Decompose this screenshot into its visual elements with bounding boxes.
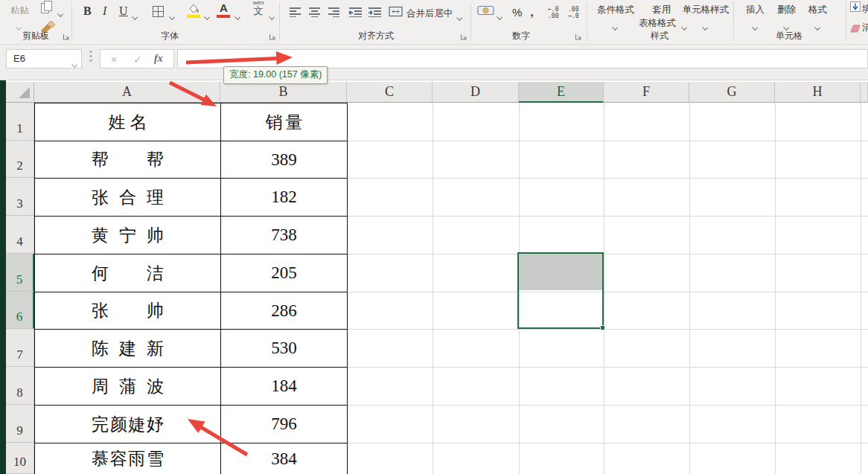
fill-down-icon[interactable]: [850, 1, 861, 15]
font-color-dropdown-icon[interactable]: [235, 9, 243, 16]
row-header-2[interactable]: 2: [6, 141, 34, 178]
percent-style-button[interactable]: %: [512, 6, 522, 19]
align-left-icon[interactable]: [289, 7, 301, 20]
row-header-10[interactable]: 10: [6, 443, 34, 474]
selection-range-e5-e6[interactable]: [517, 252, 604, 329]
insert-cells-button[interactable]: 插入: [746, 4, 765, 16]
group-separator: [587, 2, 587, 41]
paste-button[interactable]: 粘贴: [10, 4, 29, 17]
accounting-dropdown-icon[interactable]: [497, 9, 505, 16]
column-header-f[interactable]: F: [604, 82, 689, 103]
enter-icon[interactable]: ✓: [133, 54, 142, 65]
fill-color-dropdown-icon[interactable]: [205, 9, 212, 16]
name-box-dropdown-icon[interactable]: [72, 57, 80, 64]
phonetic-guide-icon[interactable]: wén 文: [250, 0, 267, 16]
bold-button[interactable]: B: [83, 4, 92, 18]
borders-icon[interactable]: [152, 5, 165, 21]
merge-center-icon[interactable]: [389, 6, 403, 20]
column-header-c[interactable]: C: [347, 82, 433, 103]
select-all-corner[interactable]: [6, 82, 34, 103]
alignment-dialog-launcher-icon[interactable]: [460, 31, 468, 39]
comma-style-button[interactable]: ,: [530, 1, 534, 20]
font-color-icon[interactable]: A: [220, 1, 228, 14]
row-header-9[interactable]: 9: [6, 405, 34, 443]
cell-a1-name-header[interactable]: 姓名: [35, 103, 221, 141]
paste-dropdown-icon[interactable]: [16, 19, 24, 27]
cell-a5-name[interactable]: 何洁: [35, 254, 221, 292]
format-dropdown-icon[interactable]: [815, 19, 823, 27]
insert-function-icon[interactable]: fx: [154, 53, 163, 65]
row-header-3[interactable]: 3: [6, 178, 34, 216]
column-header-partial[interactable]: [861, 82, 868, 103]
row-header-7[interactable]: 7: [6, 329, 34, 367]
format-cells-button[interactable]: 格式: [808, 4, 827, 16]
borders-dropdown-icon[interactable]: [170, 9, 177, 16]
increase-decimal-icon[interactable]: ←.0.00: [548, 6, 558, 19]
cell-b2-sales[interactable]: 389: [221, 141, 348, 179]
cell-a10-name[interactable]: 慕容雨雪: [35, 443, 221, 474]
underline-button[interactable]: U: [119, 4, 128, 18]
column-header-b[interactable]: B: [220, 82, 347, 103]
column-header-g[interactable]: G: [689, 82, 775, 103]
accounting-format-icon[interactable]: [477, 4, 494, 19]
cell-b10-sales[interactable]: 384: [221, 443, 348, 474]
align-right-icon[interactable]: [328, 7, 340, 20]
cell-b7-sales[interactable]: 530: [221, 330, 348, 368]
decrease-indent-icon[interactable]: [348, 7, 363, 20]
row-header-6[interactable]: 6: [6, 292, 34, 329]
cancel-icon[interactable]: ×: [111, 54, 117, 65]
cell-b5-sales[interactable]: 205: [221, 254, 348, 292]
format-as-table-button[interactable]: 套用: [640, 4, 683, 16]
format-as-table-button-line2[interactable]: 表格格式: [634, 17, 680, 30]
cell-a9-name[interactable]: 完颜婕妤: [35, 406, 221, 443]
copy-dropdown-icon[interactable]: [58, 6, 66, 13]
clipboard-dialog-launcher-icon[interactable]: [63, 31, 71, 39]
cell-styles-dropdown-icon[interactable]: [703, 19, 710, 27]
name-box-value: E6: [13, 53, 25, 64]
column-header-e[interactable]: E: [519, 82, 604, 103]
delete-cells-button[interactable]: 删除: [777, 4, 796, 16]
row-header-1[interactable]: 1: [6, 103, 34, 141]
cell-a6-name[interactable]: 张帅: [35, 292, 221, 330]
fill-handle[interactable]: [600, 325, 605, 330]
cell-b3-sales[interactable]: 182: [221, 179, 348, 217]
conditional-formatting-dropdown-icon[interactable]: [613, 19, 620, 27]
formula-bar-resize-handle[interactable]: •••: [89, 49, 92, 63]
merge-center-dropdown-icon[interactable]: [457, 10, 465, 17]
name-box[interactable]: E6: [6, 49, 82, 68]
underline-dropdown-icon[interactable]: [133, 9, 140, 16]
cell-b4-sales[interactable]: 738: [221, 217, 348, 254]
row-header-5[interactable]: 5: [6, 254, 34, 292]
decrease-decimal-icon[interactable]: .00→.0: [568, 6, 578, 19]
cell-a2-name[interactable]: 帮帮: [35, 141, 221, 179]
column-header-d[interactable]: D: [433, 82, 519, 103]
column-header-a[interactable]: A: [34, 82, 220, 103]
italic-button[interactable]: I: [103, 4, 106, 18]
number-dialog-launcher-icon[interactable]: [575, 31, 583, 39]
cell-b1-sales-header[interactable]: 销量: [221, 103, 348, 141]
increase-indent-icon[interactable]: [368, 7, 382, 20]
cell-b6-sales[interactable]: 286: [221, 292, 348, 330]
column-header-h[interactable]: H: [775, 82, 861, 103]
cell-b9-sales[interactable]: 796: [221, 406, 348, 443]
row-header-4[interactable]: 4: [6, 216, 34, 254]
font-dialog-launcher-icon[interactable]: [269, 31, 277, 39]
phonetic-dropdown-icon[interactable]: [269, 9, 277, 16]
cell-a8-name[interactable]: 周蒲波: [35, 368, 221, 406]
cell-b8-sales[interactable]: 184: [221, 368, 348, 406]
cell-styles-button[interactable]: 单元格样式: [679, 4, 733, 16]
cell-a4-name[interactable]: 黄宁帅: [35, 217, 221, 254]
row-header-8[interactable]: 8: [6, 367, 34, 405]
gridline-horizontal: [347, 443, 868, 443]
merge-center-button[interactable]: 合并后居中: [406, 7, 453, 20]
format-as-table-dropdown-icon[interactable]: [682, 19, 689, 27]
copy-icon[interactable]: [40, 0, 53, 17]
cell-a7-name[interactable]: 陈建新: [35, 330, 221, 368]
delete-dropdown-icon[interactable]: [784, 19, 791, 27]
conditional-formatting-button[interactable]: 条件格式: [593, 4, 639, 16]
insert-dropdown-icon[interactable]: [753, 19, 760, 27]
align-center-icon[interactable]: [308, 7, 321, 20]
selected-cell-e5[interactable]: [519, 254, 602, 290]
clear-eraser-icon[interactable]: [850, 22, 861, 36]
cell-a3-name[interactable]: 张合理: [35, 179, 221, 217]
